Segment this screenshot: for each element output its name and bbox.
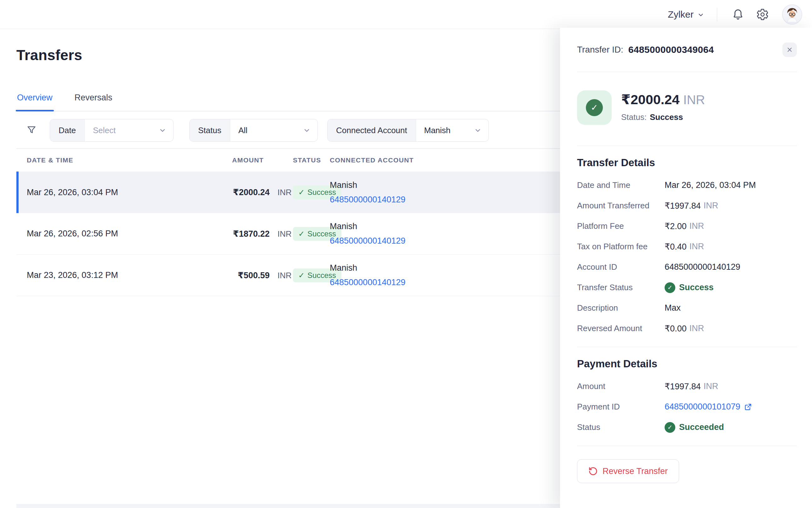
connected-account-filter-value: Manish: [416, 119, 489, 141]
summary-status-value: Success: [650, 112, 683, 122]
connected-account-filter-label: Connected Account: [327, 119, 416, 141]
amount-currency: INR: [690, 242, 704, 252]
detail-label: Amount Transferred: [577, 201, 665, 211]
amount-value: ₹1997.84: [665, 381, 701, 391]
check-circle-icon: ✓: [586, 99, 603, 116]
transfers-main: Transfers Overview Reversals Date Select: [0, 29, 560, 508]
amount-currency: INR: [704, 381, 719, 391]
section-title: Transfer Details: [577, 157, 797, 169]
filter-button[interactable]: [26, 125, 37, 136]
connected-account-name: Manish: [330, 222, 476, 231]
chevron-down-icon: [474, 127, 481, 134]
chevron-down-icon: [159, 127, 166, 134]
settings-button[interactable]: [755, 6, 771, 23]
detail-rows: Amount₹1997.84INRPayment ID6485000000101…: [577, 376, 797, 437]
detail-value-amount: ₹1997.84INR: [665, 201, 797, 211]
status-filter[interactable]: Status All: [189, 119, 318, 142]
connected-account-id-link[interactable]: 6485000000140129: [330, 195, 405, 204]
table-row[interactable]: Mar 26, 2026, 03:04 PM₹2000.24INR✓Succes…: [16, 172, 560, 213]
amount-currency: INR: [277, 229, 292, 239]
detail-value: 6485000000140129: [665, 262, 797, 272]
detail-value-amount: ₹0.40INR: [665, 242, 797, 252]
success-tile: ✓: [577, 90, 612, 125]
status-text: Success: [679, 283, 714, 292]
status-filter-value: All: [230, 119, 317, 141]
summary-status: Status:Success: [621, 112, 705, 122]
bell-icon: [732, 8, 744, 21]
close-panel-button[interactable]: [782, 42, 797, 57]
amount-currency: INR: [690, 324, 704, 333]
detail-value: Max: [665, 303, 797, 313]
cell-amount: ₹2000.24INR: [232, 187, 293, 197]
reverse-transfer-button[interactable]: Reverse Transfer: [577, 459, 679, 483]
notifications-button[interactable]: [730, 6, 746, 23]
funnel-icon: [26, 125, 37, 136]
detail-row: Account ID6485000000140129: [577, 257, 797, 277]
tab-reversals[interactable]: Reversals: [74, 87, 113, 111]
org-switcher[interactable]: Zylker: [668, 9, 704, 20]
cell-datetime: Mar 26, 2026, 02:56 PM: [27, 229, 232, 239]
detail-value-link: 6485000000101079: [665, 402, 797, 412]
check-circle-icon: ✓: [665, 282, 675, 293]
connected-account-id-link[interactable]: 6485000000140129: [330, 278, 405, 287]
cell-amount: ₹500.59INR: [232, 270, 293, 281]
cell-connected-account: Manish6485000000140129: [330, 222, 476, 246]
date-filter[interactable]: Date Select: [50, 119, 173, 142]
detail-label: Platform Fee: [577, 221, 665, 231]
payment-id-link[interactable]: 6485000000101079: [665, 402, 752, 412]
tab-overview[interactable]: Overview: [16, 87, 53, 111]
detail-label: Date and Time: [577, 180, 665, 190]
detail-label: Payment ID: [577, 402, 665, 412]
selected-row-accent: [16, 172, 18, 213]
detail-row: Amount₹1997.84INR: [577, 376, 797, 396]
amount-value: ₹1997.84: [665, 201, 701, 211]
amount-value: ₹0.40: [665, 242, 687, 252]
divider: [577, 146, 797, 146]
amount-value: ₹1870.22: [232, 229, 270, 239]
summary-text: ₹2000.24INR Status:Success: [621, 90, 705, 125]
detail-row: Date and TimeMar 26, 2026, 03:04 PM: [577, 175, 797, 196]
detail-label: Status: [577, 422, 665, 432]
table-header: DATE & TIME AMOUNT STATUS CONNECTED ACCO…: [16, 149, 560, 172]
connected-account-id-link[interactable]: 6485000000140129: [330, 236, 405, 246]
amount-value: ₹0.00: [665, 324, 687, 334]
detail-row: Platform Fee₹2.00INR: [577, 216, 797, 237]
amount-value: ₹2.00: [665, 221, 687, 231]
status-filter-label: Status: [190, 119, 230, 141]
detail-label: Reversed Amount: [577, 324, 665, 333]
detail-row: Amount Transferred₹1997.84INR: [577, 196, 797, 216]
connected-account-filter[interactable]: Connected Account Manish: [327, 119, 489, 142]
chevron-down-icon: [697, 11, 704, 18]
detail-row: Payment ID6485000000101079: [577, 396, 797, 417]
panel-sections: Transfer DetailsDate and TimeMar 26, 202…: [577, 157, 797, 446]
column-header-amount: AMOUNT: [232, 157, 293, 164]
detail-value-amount: ₹1997.84INR: [665, 381, 797, 391]
pagination-strip: [16, 504, 560, 508]
detail-label: Account ID: [577, 262, 665, 272]
table-row[interactable]: Mar 26, 2026, 02:56 PM₹1870.22INR✓Succes…: [16, 213, 560, 255]
section-title: Payment Details: [577, 358, 797, 370]
detail-label: Description: [577, 303, 665, 313]
table-row[interactable]: Mar 23, 2026, 03:12 PM₹500.59INR✓Success…: [16, 255, 560, 296]
reverse-arrow-icon: [588, 466, 598, 476]
transfer-summary: ✓ ₹2000.24INR Status:Success: [577, 90, 797, 125]
transfers-table: DATE & TIME AMOUNT STATUS CONNECTED ACCO…: [16, 149, 560, 296]
detail-row: Reversed Amount₹0.00INR: [577, 318, 797, 339]
gear-icon: [756, 8, 769, 21]
user-avatar[interactable]: [782, 4, 802, 25]
check-icon: ✓: [298, 271, 305, 280]
org-name: Zylker: [668, 9, 694, 20]
column-header-connected-account: CONNECTED ACCOUNT: [330, 157, 476, 164]
cell-amount: ₹1870.22INR: [232, 229, 293, 239]
detail-value-status: ✓Success: [665, 282, 797, 293]
detail-row: DescriptionMax: [577, 298, 797, 318]
column-header-status: STATUS: [293, 157, 330, 164]
transfer-detail-panel: Transfer ID: 6485000000349064 ✓ ₹2000.24…: [560, 28, 812, 508]
top-bar: Zylker: [0, 0, 812, 29]
tabs: Overview Reversals: [16, 87, 560, 112]
avatar-illustration: [783, 5, 802, 24]
date-filter-value: Select: [85, 119, 173, 141]
check-icon: ✓: [298, 188, 305, 197]
cell-datetime: Mar 23, 2026, 03:12 PM: [27, 270, 232, 280]
cell-connected-account: Manish6485000000140129: [330, 180, 476, 205]
